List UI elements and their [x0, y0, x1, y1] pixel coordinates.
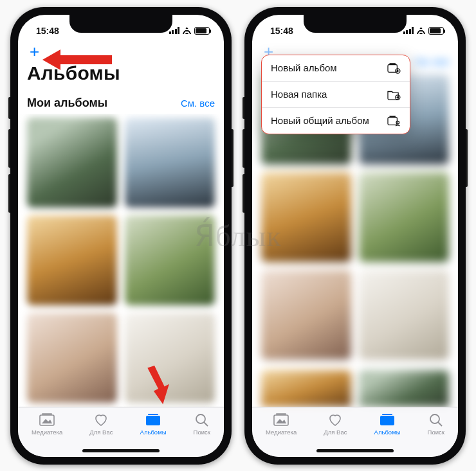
- svg-marker-2: [42, 419, 52, 423]
- phone-left: 15:48 + Альбомы Мои альбомы См. все: [10, 7, 232, 465]
- svg-rect-10: [389, 63, 396, 64]
- battery-icon: [194, 27, 210, 35]
- nav-header: + Альбомы: [18, 40, 224, 89]
- foryou-icon: [327, 413, 343, 427]
- signal-icon: [403, 27, 414, 34]
- context-menu: Новый альбом Новая папка Новый общий аль…: [261, 55, 410, 134]
- tab-label: Медиатека: [32, 429, 62, 436]
- wifi-icon: [416, 27, 426, 34]
- menu-label: Новый альбом: [271, 62, 337, 73]
- status-right: [403, 27, 444, 35]
- menu-label: Новый общий альбом: [271, 115, 369, 126]
- album-thumb[interactable]: [125, 313, 215, 403]
- signal-icon: [169, 27, 180, 34]
- svg-marker-22: [276, 419, 286, 423]
- albums-icon: [145, 413, 161, 427]
- svg-rect-21: [276, 413, 286, 414]
- tab-for-you[interactable]: Для Вас: [324, 413, 347, 436]
- svg-rect-1: [42, 413, 52, 414]
- albums-content[interactable]: [18, 114, 224, 407]
- menu-label: Новая папка: [271, 89, 327, 100]
- album-thumb[interactable]: [125, 118, 215, 208]
- home-indicator[interactable]: [82, 449, 160, 452]
- menu-new-folder[interactable]: Новая папка: [262, 82, 410, 108]
- albums-icon: [379, 413, 396, 427]
- tab-library[interactable]: Медиатека: [266, 413, 297, 436]
- svg-line-6: [204, 422, 208, 426]
- folder-plus-icon: [387, 89, 401, 100]
- see-all-link[interactable]: См. все: [181, 98, 215, 109]
- tab-label: Альбомы: [140, 429, 167, 436]
- svg-point-25: [430, 414, 439, 423]
- tab-label: Медиатека: [266, 429, 297, 436]
- svg-rect-24: [382, 414, 392, 415]
- svg-rect-17: [388, 117, 397, 125]
- album-thumb[interactable]: [27, 118, 117, 208]
- search-icon: [194, 413, 210, 427]
- tab-label: Для Вас: [89, 429, 113, 436]
- album-thumb[interactable]: [125, 215, 215, 305]
- svg-rect-4: [148, 414, 158, 415]
- svg-rect-18: [389, 116, 396, 117]
- foryou-icon: [93, 413, 109, 427]
- tab-label: Поиск: [428, 429, 444, 436]
- svg-point-19: [396, 121, 399, 124]
- screen: 15:48 + Альбомы Мои альбомы См. все: [18, 15, 224, 457]
- svg-point-5: [196, 414, 205, 423]
- tab-for-you[interactable]: Для Вас: [89, 413, 113, 436]
- notch: [69, 15, 172, 33]
- svg-rect-23: [380, 416, 394, 425]
- tab-search[interactable]: Поиск: [428, 413, 444, 436]
- menu-new-album[interactable]: Новый альбом: [262, 55, 410, 82]
- search-icon: [428, 413, 444, 427]
- tab-library[interactable]: Медиатека: [32, 413, 62, 436]
- add-button[interactable]: +: [27, 42, 42, 61]
- menu-new-shared-album[interactable]: Новый общий альбом: [262, 108, 410, 134]
- screen: 15:48 См. все +: [252, 15, 458, 457]
- album-thumb[interactable]: [27, 313, 117, 403]
- tab-label: Поиск: [194, 429, 210, 436]
- tab-albums[interactable]: Альбомы: [374, 413, 401, 436]
- tab-search[interactable]: Поиск: [194, 413, 210, 436]
- notch: [304, 15, 407, 33]
- album-plus-icon: [387, 62, 401, 74]
- album-thumb[interactable]: [27, 215, 117, 305]
- status-right: [169, 27, 210, 35]
- status-time: 15:48: [36, 26, 59, 36]
- phone-right: 15:48 См. все +: [244, 7, 466, 465]
- wifi-icon: [182, 27, 192, 34]
- battery-icon: [428, 27, 444, 35]
- tab-albums[interactable]: Альбомы: [140, 413, 167, 436]
- see-all-link[interactable]: См. все: [415, 56, 449, 67]
- shared-album-icon: [387, 115, 401, 127]
- svg-rect-3: [146, 416, 160, 425]
- status-time: 15:48: [270, 26, 293, 36]
- page-title: Альбомы: [27, 62, 215, 84]
- library-icon: [39, 413, 55, 427]
- section-header: Мои альбомы См. все: [18, 89, 224, 114]
- svg-line-26: [438, 422, 442, 426]
- tab-label: Для Вас: [324, 429, 347, 436]
- home-indicator[interactable]: [316, 449, 394, 452]
- library-icon: [273, 413, 289, 427]
- section-title: Мои альбомы: [27, 96, 107, 110]
- tab-label: Альбомы: [374, 429, 401, 436]
